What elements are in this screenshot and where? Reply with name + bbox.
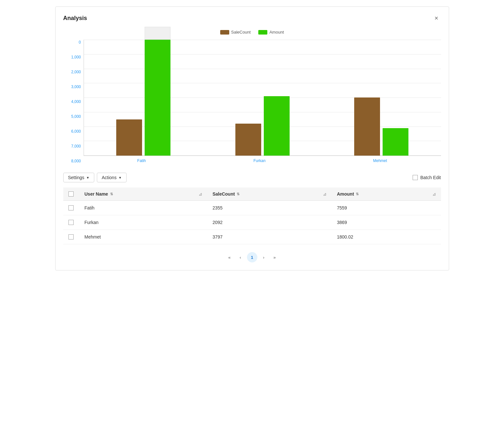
- analysis-modal: Analysis × SaleCount Amount 8,000 7,000 …: [55, 6, 449, 270]
- td-amount-mehmet: 1800.02: [332, 230, 441, 244]
- row-checkbox-furkan[interactable]: [68, 220, 74, 225]
- td-checkbox-fatih: [63, 201, 79, 215]
- first-page-button[interactable]: «: [225, 253, 234, 262]
- modal-header: Analysis ×: [63, 13, 441, 23]
- settings-label: Settings: [68, 175, 85, 180]
- th-salecount-label: SaleCount: [212, 191, 235, 197]
- chart-plot: Fatih Furkan Mehmet: [84, 40, 441, 163]
- row-checkbox-fatih[interactable]: [68, 205, 74, 210]
- table-row: Fatih 2355 7559: [63, 201, 441, 215]
- td-username-fatih: Fatih: [79, 201, 208, 215]
- y-label-5000: 5,000: [71, 115, 81, 118]
- settings-button[interactable]: Settings ▼: [63, 173, 95, 182]
- th-amount-label: Amount: [337, 191, 354, 197]
- legend-color-salecount: [220, 30, 229, 35]
- legend-label-salecount: SaleCount: [231, 30, 251, 35]
- current-page-button[interactable]: 1: [247, 252, 257, 262]
- bar-group-fatih: [84, 40, 203, 156]
- username-filter-icon[interactable]: ⊿: [199, 192, 202, 197]
- chart-area: SaleCount Amount 8,000 7,000 6,000 5,000…: [63, 30, 441, 163]
- batch-edit-checkbox[interactable]: [413, 175, 418, 180]
- row-checkbox-mehmet[interactable]: [68, 234, 74, 239]
- legend-item-amount: Amount: [258, 30, 284, 35]
- bar-group-mehmet: [322, 97, 441, 156]
- x-label-furkan: Furkan: [253, 158, 265, 163]
- x-label-mehmet: Mehmet: [373, 158, 387, 163]
- table-row: Mehmet 3797 1800.02: [63, 230, 441, 244]
- td-amount-fatih: 7559: [332, 201, 441, 215]
- y-label-8000: 8,000: [71, 159, 81, 163]
- y-label-1000: 1,000: [71, 55, 81, 59]
- td-checkbox-furkan: [63, 215, 79, 230]
- td-salecount-furkan: 2092: [207, 215, 332, 230]
- bar-furkan-salecount: [235, 124, 261, 156]
- td-salecount-fatih: 2355: [207, 201, 332, 215]
- bar-group-furkan: [203, 96, 322, 156]
- close-button[interactable]: ×: [432, 13, 441, 23]
- td-salecount-mehmet: 3797: [207, 230, 332, 244]
- chart-legend: SaleCount Amount: [63, 30, 441, 35]
- th-checkbox: [63, 188, 79, 201]
- amount-sort-icon[interactable]: ⇅: [356, 192, 359, 196]
- bar-fatih-salecount: [116, 119, 142, 156]
- header-checkbox[interactable]: [68, 191, 74, 197]
- table-row: Furkan 2092 3869: [63, 215, 441, 230]
- legend-item-salecount: SaleCount: [220, 30, 251, 35]
- table-header: User Name ⇅ ⊿ SaleCount ⇅ ⊿ Amount ⇅: [63, 188, 441, 201]
- th-salecount: SaleCount ⇅ ⊿: [207, 188, 332, 201]
- td-username-furkan: Furkan: [79, 215, 208, 230]
- legend-color-amount: [258, 30, 267, 35]
- td-username-mehmet: Mehmet: [79, 230, 208, 244]
- th-username-inner: User Name ⇅ ⊿: [85, 191, 202, 197]
- bar-mehmet-amount: [383, 128, 408, 156]
- toolbar-left: Settings ▼ Actions ▼: [63, 173, 127, 182]
- y-label-0: 0: [79, 40, 81, 44]
- chart-container: 8,000 7,000 6,000 5,000 4,000 3,000 2,00…: [63, 40, 441, 163]
- pagination: « ‹ 1 › »: [63, 252, 441, 262]
- bar-mehmet-salecount: [354, 97, 380, 156]
- bars-container: [84, 40, 441, 156]
- th-amount: Amount ⇅ ⊿: [332, 188, 441, 201]
- th-salecount-inner: SaleCount ⇅ ⊿: [212, 191, 326, 197]
- table-header-row: User Name ⇅ ⊿ SaleCount ⇅ ⊿ Amount ⇅: [63, 188, 441, 201]
- actions-chevron-icon: ▼: [118, 176, 122, 179]
- data-table: User Name ⇅ ⊿ SaleCount ⇅ ⊿ Amount ⇅: [63, 188, 441, 244]
- th-username-label: User Name: [85, 191, 108, 197]
- next-page-button[interactable]: ›: [260, 253, 268, 262]
- x-label-fatih: Fatih: [137, 158, 146, 163]
- y-label-2000: 2,000: [71, 70, 81, 74]
- modal-title: Analysis: [63, 15, 87, 22]
- legend-label-amount: Amount: [269, 30, 284, 35]
- amount-filter-icon[interactable]: ⊿: [432, 192, 436, 197]
- salecount-sort-icon[interactable]: ⇅: [237, 192, 240, 196]
- y-axis: 8,000 7,000 6,000 5,000 4,000 3,000 2,00…: [63, 40, 81, 163]
- th-amount-inner: Amount ⇅ ⊿: [337, 191, 436, 197]
- y-label-3000: 3,000: [71, 85, 81, 89]
- bar-fatih-amount: [145, 40, 170, 156]
- batch-edit-area: Batch Edit: [413, 175, 441, 180]
- x-axis-labels: Fatih Furkan Mehmet: [84, 158, 441, 163]
- last-page-button[interactable]: »: [270, 253, 279, 262]
- batch-edit-label: Batch Edit: [420, 175, 441, 180]
- y-label-6000: 6,000: [71, 129, 81, 133]
- actions-button[interactable]: Actions ▼: [97, 173, 127, 182]
- table-body: Fatih 2355 7559 Furkan 2092 3869 Mehmet …: [63, 201, 441, 244]
- td-amount-furkan: 3869: [332, 215, 441, 230]
- y-label-7000: 7,000: [71, 144, 81, 148]
- prev-page-button[interactable]: ‹: [236, 253, 244, 262]
- td-checkbox-mehmet: [63, 230, 79, 244]
- settings-chevron-icon: ▼: [86, 176, 89, 179]
- y-label-4000: 4,000: [71, 100, 81, 104]
- salecount-filter-icon[interactable]: ⊿: [323, 192, 326, 197]
- username-sort-icon[interactable]: ⇅: [110, 192, 113, 196]
- bar-furkan-amount: [264, 96, 290, 156]
- toolbar: Settings ▼ Actions ▼ Batch Edit: [63, 173, 441, 182]
- th-username: User Name ⇅ ⊿: [79, 188, 208, 201]
- actions-label: Actions: [102, 175, 117, 180]
- bar-tooltip: [145, 27, 170, 40]
